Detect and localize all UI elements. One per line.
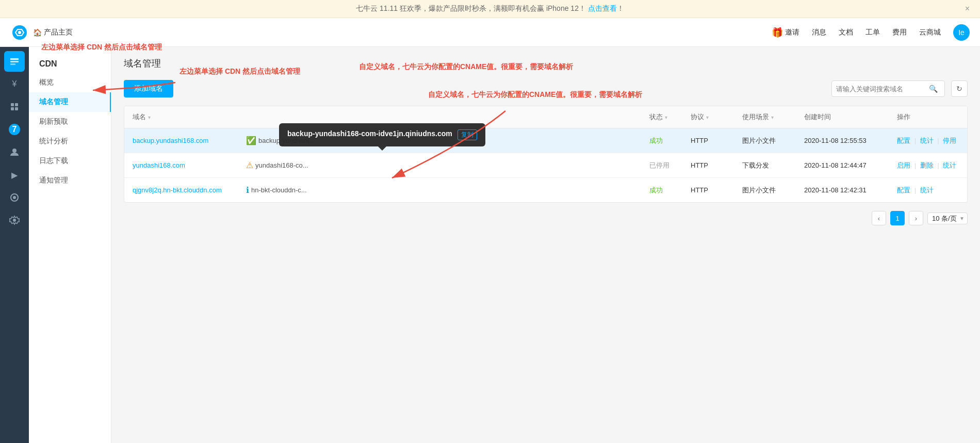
cell-status-1: 成功 bbox=[649, 136, 691, 145]
prev-page-button[interactable]: ‹ bbox=[872, 211, 886, 225]
copy-cname-button[interactable]: 复制 bbox=[458, 129, 477, 140]
menu-sidebar: CDN 概览 域名管理 刷新预取 统计分析 日志下载 通知管理 bbox=[29, 47, 111, 443]
svg-rect-3 bbox=[10, 63, 15, 65]
svg-rect-6 bbox=[11, 107, 14, 110]
cell-actions-1: 配置 | 统计 | 停用 bbox=[897, 136, 959, 145]
cell-scene-3: 图片小文件 bbox=[742, 186, 804, 195]
page-size-select[interactable]: 10 条/页 20 条/页 50 条/页 bbox=[927, 212, 968, 224]
cname-value-2: yundashi168-co... bbox=[255, 161, 308, 169]
refresh-button[interactable]: ↻ bbox=[951, 80, 968, 97]
sidebar-icon-settings[interactable] bbox=[4, 210, 25, 231]
svg-point-10 bbox=[13, 196, 16, 199]
current-page-button[interactable]: 1 bbox=[890, 211, 905, 225]
menu-item-logs[interactable]: 日志下载 bbox=[29, 151, 111, 171]
top-navigation: 🏠 产品主页 🎁 邀请 消息 文档 工单 费用 云商城 Ie bbox=[0, 18, 980, 47]
header-protocol: 协议 ▾ bbox=[691, 112, 742, 122]
sidebar-icon-cdn[interactable] bbox=[4, 51, 25, 72]
cell-protocol-2: HTTP bbox=[691, 161, 742, 169]
cell-domain-3: qjgnv8j2q.hn-bkt.clouddn.com bbox=[133, 186, 246, 194]
ml-icon bbox=[9, 192, 20, 203]
table-header: 域名 ▾ 状态 ▾ 协议 ▾ 使用场景 ▾ bbox=[124, 106, 967, 128]
cell-scene-2: 下载分发 bbox=[742, 161, 804, 170]
sort-status-icon[interactable]: ▾ bbox=[665, 114, 667, 120]
page-size-wrapper: 10 条/页 20 条/页 50 条/页 bbox=[927, 212, 968, 224]
store-nav-item[interactable]: 云商城 bbox=[919, 28, 941, 37]
svg-rect-4 bbox=[11, 103, 14, 106]
domain-table: 域名 ▾ 状态 ▾ 协议 ▾ 使用场景 ▾ bbox=[124, 106, 968, 203]
sidebar-icon-billing[interactable]: ¥ bbox=[4, 74, 25, 94]
cell-actions-2: 启用 | 删除 | 统计 bbox=[897, 161, 959, 170]
action-disable-1[interactable]: 停用 bbox=[943, 137, 956, 144]
storage-icon bbox=[9, 102, 20, 112]
docs-nav-item[interactable]: 文档 bbox=[839, 28, 853, 37]
domain-link-2[interactable]: yundashi168.com bbox=[133, 161, 185, 169]
svg-point-11 bbox=[13, 219, 16, 222]
video-icon: ▶ bbox=[11, 170, 18, 180]
home-link[interactable]: 🏠 产品主页 bbox=[33, 28, 73, 37]
banner-link[interactable]: 点击查看 bbox=[588, 4, 617, 12]
toolbar: 添加域名 🔍 ↻ bbox=[124, 80, 968, 97]
search-icon[interactable]: 🔍 bbox=[929, 85, 938, 93]
cell-protocol-1: HTTP bbox=[691, 137, 742, 144]
status-text-1: 成功 bbox=[649, 136, 663, 145]
workorder-nav-item[interactable]: 工单 bbox=[865, 28, 880, 37]
svg-rect-5 bbox=[15, 103, 18, 106]
fees-nav-item[interactable]: 费用 bbox=[892, 28, 907, 37]
domain-link-3[interactable]: qjgnv8j2q.hn-bkt.clouddn.com bbox=[133, 186, 222, 194]
action-statistics-1[interactable]: 统计 bbox=[920, 137, 934, 144]
sidebar-icon-number7[interactable]: 7 bbox=[4, 119, 25, 140]
cdn-section-title: CDN bbox=[29, 55, 111, 73]
refresh-icon: ↻ bbox=[956, 85, 962, 93]
cell-domain-2: yundashi168.com bbox=[133, 161, 246, 169]
sidebar-icon-user[interactable] bbox=[4, 142, 25, 162]
sidebar-icon-ml[interactable] bbox=[4, 187, 25, 208]
cell-created-1: 2020-11-08 12:55:53 bbox=[804, 137, 897, 144]
main-layout: ¥ 7 ▶ bbox=[0, 47, 980, 443]
table-row: backup.yundashi168.com ✅ backup-yundashi… bbox=[124, 128, 967, 153]
banner-close-button[interactable]: × bbox=[965, 4, 970, 13]
settings-icon bbox=[9, 215, 20, 225]
svg-rect-7 bbox=[15, 107, 18, 110]
cell-status-2: 已停用 bbox=[649, 161, 691, 170]
invite-nav-item[interactable]: 🎁 邀请 bbox=[772, 27, 799, 38]
action-statistics-3[interactable]: 统计 bbox=[920, 186, 934, 194]
sort-domain-icon[interactable]: ▾ bbox=[148, 114, 151, 120]
cell-created-2: 2020-11-08 12:44:47 bbox=[804, 161, 897, 169]
action-configure-1[interactable]: 配置 bbox=[897, 137, 910, 144]
search-input[interactable] bbox=[836, 85, 929, 93]
next-page-button[interactable]: › bbox=[909, 211, 923, 225]
sort-protocol-icon[interactable]: ▾ bbox=[706, 114, 709, 120]
menu-item-overview[interactable]: 概览 bbox=[29, 73, 111, 92]
menu-item-domain-management[interactable]: 域名管理 bbox=[29, 92, 111, 112]
icon-sidebar: ¥ 7 ▶ bbox=[0, 47, 29, 443]
banner-text: 七牛云 11.11 狂欢季，爆款产品限时秒杀，满额即有机会赢 iPhone 12… bbox=[356, 4, 586, 12]
svg-rect-2 bbox=[10, 61, 19, 62]
action-configure-3[interactable]: 配置 bbox=[897, 186, 910, 194]
action-delete-2[interactable]: 删除 bbox=[920, 161, 934, 169]
cdn-icon bbox=[9, 56, 20, 67]
menu-item-notifications[interactable]: 通知管理 bbox=[29, 171, 111, 190]
sort-scene-icon[interactable]: ▾ bbox=[771, 114, 774, 120]
add-domain-button[interactable]: 添加域名 bbox=[124, 80, 173, 97]
menu-item-statistics[interactable]: 统计分析 bbox=[29, 132, 111, 151]
header-scene: 使用场景 ▾ bbox=[742, 112, 804, 122]
action-statistics-2[interactable]: 统计 bbox=[943, 161, 956, 169]
sidebar-icon-storage[interactable] bbox=[4, 96, 25, 117]
status-text-2: 已停用 bbox=[649, 161, 669, 170]
cell-cname-2: ⚠ yundashi168-co... bbox=[246, 160, 649, 170]
user-avatar[interactable]: Ie bbox=[953, 24, 970, 41]
action-enable-2[interactable]: 启用 bbox=[897, 161, 910, 169]
main-content: 左边菜单选择 CDN 然后点击域名管理 自定义域名，七牛云为你配置的CNAME值… bbox=[111, 47, 980, 443]
messages-nav-item[interactable]: 消息 bbox=[812, 28, 826, 37]
table-row: qjgnv8j2q.hn-bkt.clouddn.com ℹ hn-bkt-cl… bbox=[124, 178, 967, 202]
svg-point-8 bbox=[12, 149, 17, 153]
domain-link-1[interactable]: backup.yundashi168.com bbox=[133, 137, 208, 144]
user-icon bbox=[9, 147, 20, 157]
header-status: 状态 ▾ bbox=[649, 112, 691, 122]
cell-created-3: 2020-11-08 12:42:31 bbox=[804, 186, 897, 194]
menu-item-refresh[interactable]: 刷新预取 bbox=[29, 112, 111, 132]
home-icon: 🏠 bbox=[33, 28, 42, 37]
pagination: ‹ 1 › 10 条/页 20 条/页 50 条/页 bbox=[124, 203, 968, 234]
sidebar-icon-video[interactable]: ▶ bbox=[4, 165, 25, 185]
home-label: 产品主页 bbox=[44, 28, 73, 37]
